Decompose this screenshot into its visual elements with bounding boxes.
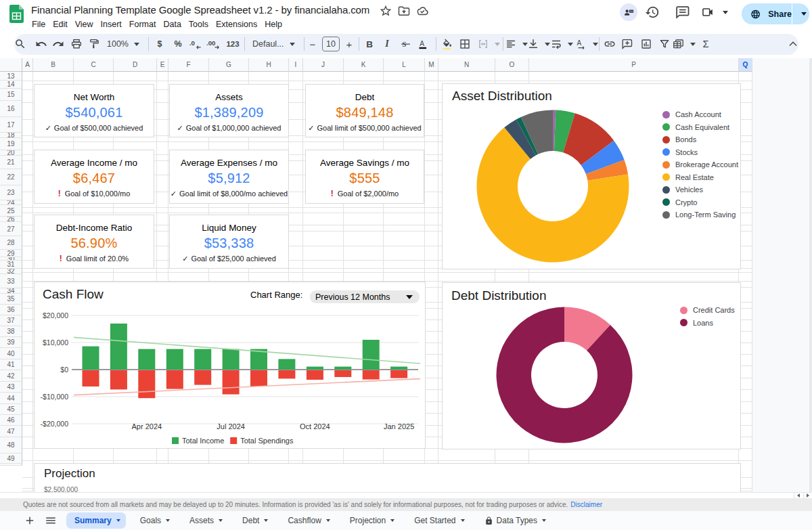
sheet-tab-caret-icon[interactable] bbox=[542, 519, 546, 522]
row-header-19[interactable]: 19 bbox=[0, 138, 22, 150]
scroll-right-button[interactable] bbox=[803, 492, 812, 498]
row-header-16[interactable]: 16 bbox=[0, 101, 22, 117]
row-header-24[interactable]: 24 bbox=[0, 200, 22, 205]
decrease-decimal-icon[interactable]: .0 bbox=[187, 35, 204, 53]
menu-view[interactable]: View bbox=[72, 18, 97, 31]
menu-data[interactable]: Data bbox=[160, 18, 184, 31]
column-header-K[interactable]: K bbox=[344, 58, 384, 72]
row-header-37[interactable]: 37 bbox=[0, 315, 22, 326]
search-icon[interactable] bbox=[12, 35, 29, 53]
star-icon[interactable] bbox=[379, 4, 392, 18]
row-header-29[interactable]: 29 bbox=[0, 250, 22, 257]
income-bar-nov-2024[interactable] bbox=[334, 367, 351, 370]
document-title[interactable]: Financial Planning Template Google Sprea… bbox=[31, 4, 369, 16]
sheet-tab-summary[interactable]: Summary bbox=[66, 512, 126, 529]
insert-link-icon[interactable] bbox=[601, 35, 618, 53]
redo-icon[interactable] bbox=[49, 35, 67, 53]
merge-cells-icon[interactable] bbox=[477, 35, 500, 53]
row-header-27[interactable]: 27 bbox=[0, 222, 22, 236]
fill-color-icon[interactable] bbox=[438, 35, 456, 53]
row-header-25[interactable]: 25 bbox=[0, 205, 22, 217]
column-header-P[interactable]: P bbox=[529, 58, 739, 72]
kpi-card-debt-income-ratio[interactable]: Debt-Income Ratio56.90%!Goal limit of 20… bbox=[34, 215, 154, 269]
create-filter-icon[interactable] bbox=[656, 35, 673, 53]
sheet-tab-assets[interactable]: Assets bbox=[181, 512, 228, 529]
hide-menus-icon[interactable] bbox=[788, 39, 798, 52]
sheet-tab-caret-icon[interactable] bbox=[326, 519, 330, 522]
column-header-B[interactable]: B bbox=[33, 58, 74, 72]
column-header-G[interactable]: G bbox=[209, 58, 249, 72]
strikethrough-icon[interactable]: S bbox=[397, 35, 414, 53]
more-formats[interactable]: 123 bbox=[224, 35, 242, 53]
spending-bar-dec-2024[interactable] bbox=[363, 370, 380, 380]
spending-bar-may-2024[interactable] bbox=[166, 370, 183, 389]
column-header-H[interactable]: H bbox=[249, 58, 289, 72]
menu-file[interactable]: File bbox=[28, 18, 49, 31]
row-header-45[interactable]: 45 bbox=[0, 404, 22, 415]
row-header-17[interactable]: 17 bbox=[0, 117, 22, 133]
row-header-46[interactable]: 46 bbox=[0, 415, 22, 426]
sheet-tab-goals[interactable]: Goals bbox=[132, 512, 175, 529]
income-bar-dec-2024[interactable] bbox=[363, 340, 380, 370]
debt-distribution-chart[interactable]: Debt Distribution Credit CardsLoans bbox=[442, 282, 741, 449]
italic[interactable]: I bbox=[378, 35, 396, 53]
undo-icon[interactable] bbox=[32, 35, 50, 53]
sheet-tab-cashflow[interactable]: Cashflow bbox=[279, 512, 335, 529]
column-header-C[interactable]: C bbox=[74, 58, 114, 72]
spending-bar-jan-2025[interactable] bbox=[390, 370, 407, 378]
row-header-38[interactable]: 38 bbox=[0, 326, 22, 337]
share-caret-icon[interactable] bbox=[792, 3, 809, 24]
kpi-card-liquid-money[interactable]: Liquid Money$53,338✓Goal of $25,000 achi… bbox=[169, 215, 289, 269]
income-bar-jan-2025[interactable] bbox=[390, 367, 407, 370]
menu-tools[interactable]: Tools bbox=[185, 18, 212, 31]
column-header-O[interactable]: O bbox=[495, 58, 529, 72]
kpi-card-average-income[interactable]: Average Income / mo$6,467!Goal of $10,00… bbox=[34, 150, 154, 204]
row-header-34[interactable]: 34 bbox=[0, 288, 22, 294]
vertical-scrollbar[interactable] bbox=[809, 58, 812, 492]
row-header-18[interactable]: 18 bbox=[0, 133, 22, 138]
income-bar-sep-2024[interactable] bbox=[278, 359, 295, 370]
format-percent[interactable]: % bbox=[169, 35, 187, 53]
column-header-N[interactable]: N bbox=[438, 58, 495, 72]
spending-bar-jul-2024[interactable] bbox=[223, 370, 240, 395]
sheet-tab-debt[interactable]: Debt bbox=[234, 512, 273, 529]
cloud-saved-icon[interactable] bbox=[415, 4, 430, 18]
scroll-left-button[interactable] bbox=[794, 492, 803, 498]
row-header-40[interactable]: 40 bbox=[0, 348, 22, 359]
kpi-card-average-expenses[interactable]: Average Expenses / mo$5,912✓Goal limit o… bbox=[169, 150, 289, 204]
column-header-Q[interactable]: Q bbox=[739, 58, 752, 72]
column-header-F[interactable]: F bbox=[168, 58, 209, 72]
sheet-tab-get-started[interactable]: Get Started bbox=[406, 512, 470, 529]
row-header-26[interactable]: 26 bbox=[0, 217, 22, 222]
projection-chart[interactable]: Projection $2,500,000 bbox=[34, 463, 741, 492]
menu-extensions[interactable]: Extensions bbox=[212, 18, 261, 31]
move-to-folder-icon[interactable] bbox=[397, 4, 411, 18]
spending-bar-aug-2024[interactable] bbox=[250, 370, 267, 387]
income-bar-oct-2024[interactable] bbox=[307, 367, 323, 370]
income-bar-jul-2024[interactable] bbox=[223, 349, 240, 370]
column-header-I[interactable]: I bbox=[289, 58, 303, 72]
row-header-43[interactable]: 43 bbox=[0, 382, 22, 393]
insert-chart-icon[interactable] bbox=[637, 35, 655, 53]
asset-distribution-chart[interactable]: Asset Distribution Cash AccountCash Equi… bbox=[442, 83, 741, 269]
sheet-tab-caret-icon[interactable] bbox=[461, 519, 465, 522]
row-header-14[interactable]: 14 bbox=[0, 81, 22, 89]
row-header-49[interactable]: 49 bbox=[0, 454, 22, 464]
row-header-31[interactable]: 31 bbox=[0, 261, 22, 269]
kpi-card-net-worth[interactable]: Net Worth$540,061✓Goal of $500,000 achie… bbox=[34, 84, 154, 137]
vertical-align-icon[interactable] bbox=[527, 35, 550, 53]
row-header-21[interactable]: 21 bbox=[0, 156, 22, 169]
comments-icon[interactable] bbox=[675, 5, 690, 20]
menu-insert[interactable]: Insert bbox=[97, 18, 125, 31]
sheet-tab-caret-icon[interactable] bbox=[219, 519, 223, 522]
add-sheet-icon[interactable] bbox=[22, 513, 37, 528]
donut-slice-loans[interactable] bbox=[496, 307, 632, 443]
row-header-33[interactable]: 33 bbox=[0, 274, 22, 288]
kpi-card-average-savings[interactable]: Average Savings / mo$555!Goal of $2,000/… bbox=[305, 150, 424, 204]
cash-flow-chart[interactable]: Cash Flow $20,000$10,000$0-$10,000-$20,0… bbox=[34, 282, 426, 449]
decrease-font-size[interactable]: − bbox=[304, 35, 321, 53]
row-header-36[interactable]: 36 bbox=[0, 305, 22, 315]
version-history-icon[interactable] bbox=[645, 5, 660, 20]
row-header-39[interactable]: 39 bbox=[0, 337, 22, 348]
sheet-tab-caret-icon[interactable] bbox=[116, 519, 120, 522]
